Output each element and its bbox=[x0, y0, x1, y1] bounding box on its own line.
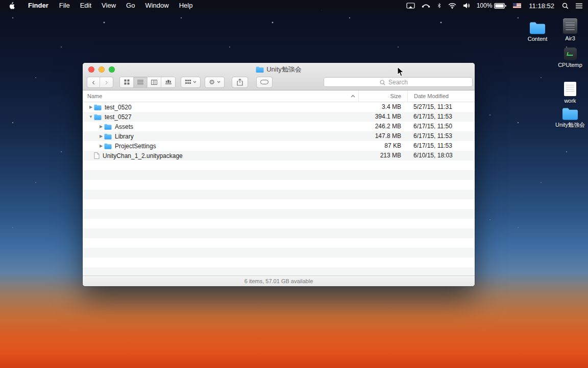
volume-icon[interactable] bbox=[463, 3, 470, 9]
desktop-icon-air3[interactable]: Air3 bbox=[552, 18, 588, 41]
menubar-status-area: 100% 11:18:52 bbox=[406, 2, 588, 10]
back-button[interactable]: ‹ bbox=[87, 77, 100, 87]
apple-menu-icon[interactable] bbox=[0, 2, 22, 10]
finder-window: Unity勉強会 ‹ › bbox=[83, 63, 475, 286]
folder-icon bbox=[256, 66, 264, 73]
file-row-test-0520[interactable]: ▶ test_0520 3.4 MB 5/27/15, 11:31 bbox=[83, 102, 475, 112]
folder-icon bbox=[104, 133, 112, 140]
desktop-icon-label: Air3 bbox=[565, 35, 575, 41]
toolbar: ‹ › bbox=[83, 76, 475, 90]
window-controls bbox=[88, 66, 115, 73]
menu-window[interactable]: Window bbox=[140, 0, 174, 11]
app-icon bbox=[564, 48, 577, 60]
disclosure-triangle-icon[interactable]: ▶ bbox=[88, 105, 94, 109]
file-name: test_0520 bbox=[105, 104, 132, 111]
column-header-date[interactable]: Date Modified bbox=[407, 90, 475, 102]
display-mirroring-icon[interactable] bbox=[406, 3, 415, 9]
title-bar[interactable]: Unity勉強会 bbox=[83, 63, 475, 76]
input-language-flag-icon[interactable] bbox=[513, 3, 521, 8]
file-name: Library bbox=[115, 133, 134, 140]
file-row-unitypackage[interactable]: UnityChan_1_2.unitypackage 213 MB 6/10/1… bbox=[83, 151, 475, 160]
icon-view-button[interactable] bbox=[120, 77, 134, 87]
desktop-icon-label: Content bbox=[528, 36, 548, 42]
coverflow-view-button[interactable] bbox=[161, 77, 175, 87]
menu-view[interactable]: View bbox=[96, 0, 121, 11]
column-view-button[interactable] bbox=[148, 77, 161, 87]
battery-icon bbox=[494, 3, 506, 9]
folder-icon bbox=[104, 143, 112, 149]
disclosure-triangle-icon[interactable]: ▶ bbox=[98, 144, 104, 148]
desktop-icon-label: CPUtemp bbox=[558, 62, 582, 68]
list-view-button[interactable] bbox=[134, 77, 148, 87]
column-header-size[interactable]: Size bbox=[358, 90, 407, 102]
chevron-down-icon bbox=[217, 81, 220, 83]
edit-tags-button[interactable] bbox=[256, 77, 273, 88]
column-header-label: Name bbox=[87, 93, 102, 99]
view-mode-control bbox=[119, 77, 176, 88]
window-title: Unity勉強会 bbox=[256, 65, 302, 74]
desktop-icon-label: Unity勉強会 bbox=[555, 122, 585, 128]
file-date: 6/17/15, 11:53 bbox=[407, 141, 475, 151]
arrange-icon bbox=[185, 80, 191, 85]
folder-icon bbox=[104, 124, 112, 130]
wifi-icon[interactable] bbox=[448, 3, 456, 9]
desktop-icon-work[interactable]: work bbox=[552, 82, 588, 104]
menu-finder[interactable]: Finder bbox=[22, 0, 54, 11]
device-icon bbox=[563, 18, 577, 34]
folder-icon bbox=[94, 104, 102, 110]
file-row-library[interactable]: ▶ Library 147.8 MB 6/17/15, 11:53 bbox=[83, 131, 475, 141]
battery-indicator[interactable]: 100% bbox=[477, 2, 507, 9]
menu-bar: Finder File Edit View Go Window Help bbox=[0, 0, 588, 11]
file-size: 213 MB bbox=[358, 151, 407, 160]
file-date: 5/27/15, 11:31 bbox=[407, 102, 475, 112]
handoff-phone-icon[interactable] bbox=[422, 4, 430, 8]
window-title-text: Unity勉強会 bbox=[266, 65, 302, 74]
action-menu-button[interactable]: ⚙ bbox=[205, 77, 225, 88]
search-icon bbox=[380, 80, 385, 85]
menu-help[interactable]: Help bbox=[174, 0, 198, 11]
file-size: 3.4 MB bbox=[358, 102, 407, 112]
folder-icon bbox=[562, 107, 578, 120]
window-chrome[interactable]: Unity勉強会 ‹ › bbox=[83, 63, 475, 90]
desktop-icon-label: work bbox=[564, 98, 576, 104]
battery-percent: 100% bbox=[477, 2, 493, 9]
arrange-button[interactable] bbox=[181, 77, 201, 88]
zoom-button[interactable] bbox=[109, 66, 115, 73]
file-row-assets[interactable]: ▶ Assets 246.2 MB 6/17/15, 11:50 bbox=[83, 122, 475, 131]
disclosure-triangle-icon[interactable]: ▶ bbox=[98, 134, 104, 139]
disclosure-triangle-icon[interactable]: ▶ bbox=[98, 124, 104, 129]
folder-icon bbox=[529, 21, 546, 34]
menubar-clock[interactable]: 11:18:52 bbox=[528, 2, 555, 10]
desktop: Finder File Edit View Go Window Help bbox=[0, 0, 588, 368]
file-size: 246.2 MB bbox=[358, 122, 407, 131]
menu-edit[interactable]: Edit bbox=[75, 0, 96, 11]
file-row-test-0527[interactable]: ▼ test_0527 394.1 MB 6/17/15, 11:53 bbox=[83, 112, 475, 122]
spotlight-search-icon[interactable] bbox=[562, 3, 569, 9]
file-row-projectsettings[interactable]: ▶ ProjectSettings 87 KB 6/17/15, 11:53 bbox=[83, 141, 475, 151]
desktop-icon-content[interactable]: Content bbox=[519, 21, 556, 42]
disclosure-triangle-icon[interactable]: ▼ bbox=[88, 114, 94, 119]
menu-file[interactable]: File bbox=[54, 0, 75, 11]
menu-go[interactable]: Go bbox=[121, 0, 140, 11]
bluetooth-icon[interactable] bbox=[437, 2, 442, 9]
tag-icon bbox=[260, 80, 268, 84]
navigation-buttons: ‹ › bbox=[87, 77, 113, 88]
minimize-button[interactable] bbox=[99, 66, 105, 73]
share-button[interactable] bbox=[232, 77, 248, 88]
file-date: 6/17/15, 11:50 bbox=[407, 122, 475, 131]
close-button[interactable] bbox=[88, 66, 94, 73]
file-size: 147.8 MB bbox=[358, 131, 407, 141]
file-list: ▶ test_0520 3.4 MB 5/27/15, 11:31 ▼ test… bbox=[83, 102, 475, 275]
chevron-down-icon bbox=[193, 81, 197, 83]
desktop-icon-unity-folder[interactable]: Unity勉強会 bbox=[552, 107, 588, 128]
search-input[interactable] bbox=[324, 78, 472, 86]
column-header-name[interactable]: Name bbox=[83, 90, 358, 102]
file-size: 394.1 MB bbox=[358, 112, 407, 122]
gear-icon: ⚙ bbox=[209, 79, 215, 85]
forward-button[interactable]: › bbox=[100, 77, 113, 87]
search-field[interactable] bbox=[324, 77, 473, 87]
list-column-headers: Name Size Date Modified bbox=[83, 90, 475, 102]
folder-icon bbox=[94, 114, 102, 120]
notification-center-icon[interactable] bbox=[575, 3, 583, 9]
desktop-icon-cputemp[interactable]: CPUtemp bbox=[552, 48, 588, 68]
